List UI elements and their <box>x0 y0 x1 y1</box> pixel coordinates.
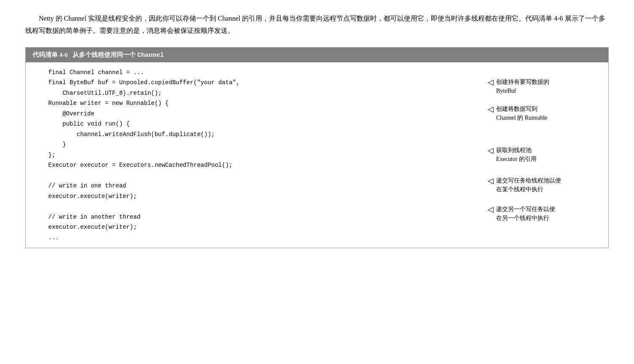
annotation-5-arrow: ◁ <box>488 205 494 214</box>
annotation-2-text: 创建将数据写到Channel 的 Runnable <box>496 104 547 122</box>
annotation-3-text: 获取到线程池Executor 的引用 <box>496 146 537 163</box>
code-block: 代码清单 4-6 从多个线程使用同一个 Channel final Channe… <box>25 47 609 249</box>
annotation-3-arrow: ◁ <box>488 146 494 155</box>
annotation-4-arrow: ◁ <box>488 176 494 186</box>
annotation-1-text: 创建持有要写数据的ByteBuf <box>496 78 549 95</box>
intro-paragraph: Netty 的 Channel 实现是线程安全的，因此你可以存储一个到 Chan… <box>25 13 609 37</box>
code-block-title: 代码清单 4-6 从多个线程使用同一个 Channel <box>32 51 164 58</box>
annotations-column: ◁ 创建持有要写数据的ByteBuf ◁ 创建将数据写到Channel 的 Ru… <box>486 67 608 248</box>
annotation-2-arrow: ◁ <box>488 104 494 114</box>
annotation-4: ◁ 递交写任务给线程池以便在某个线程中执行 <box>488 176 603 194</box>
annotation-5-text: 递交另一个写任务以便在另一个线程中执行 <box>496 205 555 222</box>
annotation-5: ◁ 递交另一个写任务以便在另一个线程中执行 <box>488 205 603 222</box>
code-block-header: 代码清单 4-6 从多个线程使用同一个 Channel <box>26 48 608 62</box>
annotation-1: ◁ 创建持有要写数据的ByteBuf <box>488 78 603 95</box>
annotation-3: ◁ 获取到线程池Executor 的引用 <box>488 146 603 163</box>
annotation-1-arrow: ◁ <box>488 78 494 87</box>
annotation-4-text: 递交写任务给线程池以便在某个线程中执行 <box>496 176 561 194</box>
code-content: final Channel channel = ... final ByteBu… <box>26 67 486 248</box>
annotation-2: ◁ 创建将数据写到Channel 的 Runnable <box>488 104 603 122</box>
